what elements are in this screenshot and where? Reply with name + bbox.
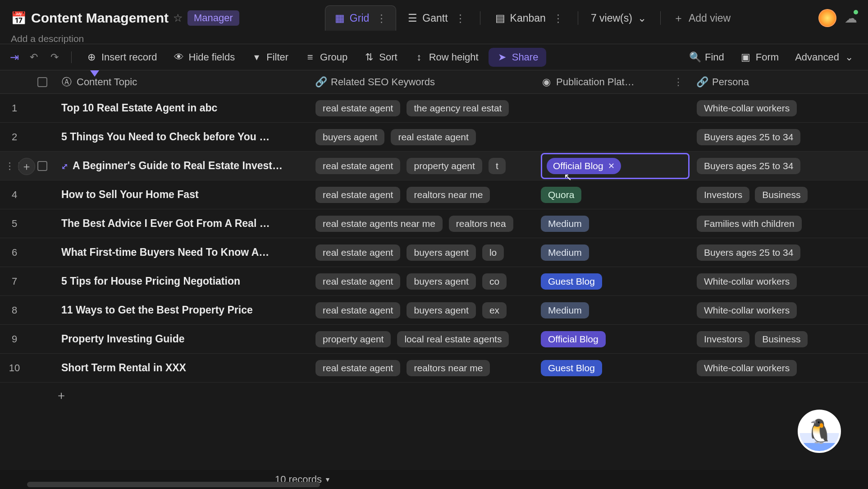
- find-button[interactable]: 🔍 Find: [683, 49, 731, 66]
- grid: Ⓐ Content Topic 🔗 Related SEO Keywords ◉…: [0, 70, 868, 470]
- cell-keywords[interactable]: real estate agents near merealtors nea: [308, 216, 534, 232]
- user-avatar[interactable]: [818, 9, 836, 27]
- table-row[interactable]: 25 Things You Need to Check before You ……: [0, 123, 868, 152]
- cell-platform[interactable]: Medium: [534, 302, 690, 318]
- row-number: 10: [0, 362, 29, 374]
- cell-topic[interactable]: Property Investing Guide: [56, 333, 308, 345]
- column-header-topic[interactable]: Ⓐ Content Topic: [56, 75, 308, 89]
- insert-row-inline-button[interactable]: ＋: [18, 158, 35, 175]
- cell-topic[interactable]: The Best Advice I Ever Got From A Real …: [56, 217, 308, 230]
- tab-gantt[interactable]: ☰ Gantt ⋮: [398, 6, 474, 31]
- star-icon[interactable]: ☆: [173, 12, 183, 24]
- cell-platform[interactable]: Official Blog✕↖: [534, 153, 690, 179]
- tab-kanban-menu-icon[interactable]: ⋮: [553, 12, 563, 24]
- horizontal-scrollbar[interactable]: [27, 482, 320, 487]
- cell-topic[interactable]: Top 10 Real Estate Agent in abc: [56, 102, 308, 114]
- add-view-button[interactable]: ＋ Add view: [666, 11, 738, 25]
- cell-persona[interactable]: White-collar workers: [690, 360, 825, 376]
- eye-icon: 👁: [174, 51, 184, 63]
- table-row[interactable]: 75 Tips for House Pricing Negotiationrea…: [0, 267, 868, 296]
- cell-keywords[interactable]: real estate agentrealtors near me: [308, 360, 534, 376]
- tab-gantt-menu-icon[interactable]: ⋮: [455, 12, 466, 24]
- table-row[interactable]: 6What First-time Buyers Need To Know A…r…: [0, 238, 868, 267]
- platform-cell-editor[interactable]: Official Blog✕↖: [541, 153, 690, 179]
- cell-persona[interactable]: Buyers ages 25 to 34: [690, 129, 825, 145]
- description-input[interactable]: Add a description: [11, 33, 818, 44]
- cell-topic-text: What First-time Buyers Need To Know A…: [61, 246, 269, 258]
- row-number: 7: [0, 276, 29, 287]
- table-row[interactable]: 10Short Term Rental in XXXreal estate ag…: [0, 354, 868, 383]
- cell-topic[interactable]: 5 Things You Need to Check before You …: [56, 131, 308, 143]
- remove-tag-icon[interactable]: ✕: [608, 161, 615, 171]
- cell-keywords[interactable]: real estate agentproperty agentt: [308, 158, 534, 174]
- table-row[interactable]: 811 Ways to Get the Best Property Pricer…: [0, 296, 868, 325]
- cell-persona[interactable]: White-collar workers: [690, 302, 825, 318]
- form-button[interactable]: ▣ Form: [734, 49, 785, 66]
- cell-persona[interactable]: White-collar workers: [690, 100, 825, 116]
- redo-icon[interactable]: ↷: [46, 50, 63, 65]
- cell-persona[interactable]: Buyers ages 25 to 34: [690, 158, 825, 174]
- sort-button[interactable]: ⇅ Sort: [357, 49, 403, 66]
- cell-persona[interactable]: Families with children: [690, 216, 825, 232]
- group-button[interactable]: ≡ Group: [298, 49, 354, 66]
- cell-topic[interactable]: 5 Tips for House Pricing Negotiation: [56, 275, 308, 287]
- cell-topic[interactable]: ⤢A Beginner's Guide to Real Estate Inves…: [56, 160, 308, 172]
- row-height-button[interactable]: ↕ Row height: [407, 49, 485, 66]
- share-button[interactable]: ➤ Share: [489, 48, 547, 67]
- cell-topic[interactable]: 11 Ways to Get the Best Property Price: [56, 304, 308, 316]
- cell-topic[interactable]: Short Term Rental in XXX: [56, 362, 308, 374]
- add-row-button[interactable]: ＋: [54, 388, 69, 402]
- hide-fields-button[interactable]: 👁 Hide fields: [167, 49, 242, 66]
- table-row[interactable]: 1Top 10 Real Estate Agent in abcreal est…: [0, 94, 868, 123]
- cell-persona[interactable]: Buyers ages 25 to 34: [690, 244, 825, 261]
- table-row[interactable]: ⋮⋮⤢A Beginner's Guide to Real Estate Inv…: [0, 152, 868, 180]
- text-field-icon: Ⓐ: [61, 75, 72, 89]
- assistant-avatar[interactable]: [798, 410, 841, 453]
- cell-keywords[interactable]: real estate agentbuyers agentlo: [308, 244, 534, 261]
- cell-persona[interactable]: InvestorsBusiness: [690, 331, 825, 347]
- cell-platform[interactable]: Medium: [534, 216, 690, 232]
- table-row[interactable]: 4How to Sell Your Home Fastreal estate a…: [0, 180, 868, 209]
- column-header-keywords[interactable]: 🔗 Related SEO Keywords: [308, 76, 534, 88]
- add-row: ＋: [0, 383, 868, 408]
- cell-platform[interactable]: Quora: [534, 187, 690, 203]
- column-header-persona[interactable]: 🔗 Persona: [690, 76, 825, 88]
- manager-badge: Manager: [187, 10, 239, 26]
- row-number: 9: [0, 333, 29, 345]
- advanced-button[interactable]: Advanced ⌄: [789, 49, 861, 66]
- select-all-checkbox[interactable]: [37, 77, 47, 87]
- cell-keywords[interactable]: buyers agentreal estate agent: [308, 129, 534, 145]
- undo-icon[interactable]: ↶: [25, 50, 42, 65]
- cell-platform[interactable]: Medium: [534, 244, 690, 261]
- cell-platform[interactable]: Guest Blog: [534, 273, 690, 290]
- tab-kanban[interactable]: ▤ Kanban ⋮: [486, 6, 572, 31]
- cell-keywords[interactable]: property agentlocal real estate agents: [308, 331, 534, 347]
- cell-keywords[interactable]: real estate agentrealtors near me: [308, 187, 534, 203]
- expand-sidebar-icon[interactable]: ⇥: [7, 49, 22, 65]
- cell-platform[interactable]: Official Blog: [534, 331, 690, 347]
- cell-persona[interactable]: White-collar workers: [690, 273, 825, 290]
- gantt-icon: ☰: [407, 12, 418, 24]
- filter-button[interactable]: ▾ Filter: [245, 49, 295, 66]
- column-platform-menu-icon[interactable]: ⋮: [673, 76, 690, 88]
- view-count-dropdown[interactable]: 7 view(s) ⌄: [584, 12, 655, 24]
- expand-row-icon[interactable]: ⤢: [61, 162, 73, 171]
- cell-keywords[interactable]: real estate agentbuyers agentco: [308, 273, 534, 290]
- insert-record-button[interactable]: ⊕ Insert record: [80, 49, 164, 66]
- table-row[interactable]: 5The Best Advice I Ever Got From A Real …: [0, 209, 868, 238]
- cell-persona[interactable]: InvestorsBusiness: [690, 187, 825, 203]
- cell-keywords[interactable]: real estate agentbuyers agentex: [308, 302, 534, 318]
- keyword-tag: realtors near me: [407, 187, 490, 203]
- cell-topic[interactable]: How to Sell Your Home Fast: [56, 189, 308, 201]
- cell-topic[interactable]: What First-time Buyers Need To Know A…: [56, 246, 308, 258]
- find-label: Find: [705, 51, 724, 63]
- tab-grid[interactable]: ▦ Grid ⋮: [325, 5, 396, 31]
- cell-keywords[interactable]: real estate agentthe agency real estat: [308, 100, 534, 116]
- row-checkbox[interactable]: [37, 161, 47, 171]
- selected-platform-tag[interactable]: Official Blog✕: [547, 158, 621, 174]
- sync-status-icon[interactable]: ☁: [845, 11, 857, 26]
- column-header-platform[interactable]: ◉ Publication Plat… ⋮: [534, 76, 690, 88]
- cell-platform[interactable]: Guest Blog: [534, 360, 690, 376]
- table-row[interactable]: 9Property Investing Guideproperty agentl…: [0, 325, 868, 354]
- tab-grid-menu-icon[interactable]: ⋮: [376, 12, 387, 24]
